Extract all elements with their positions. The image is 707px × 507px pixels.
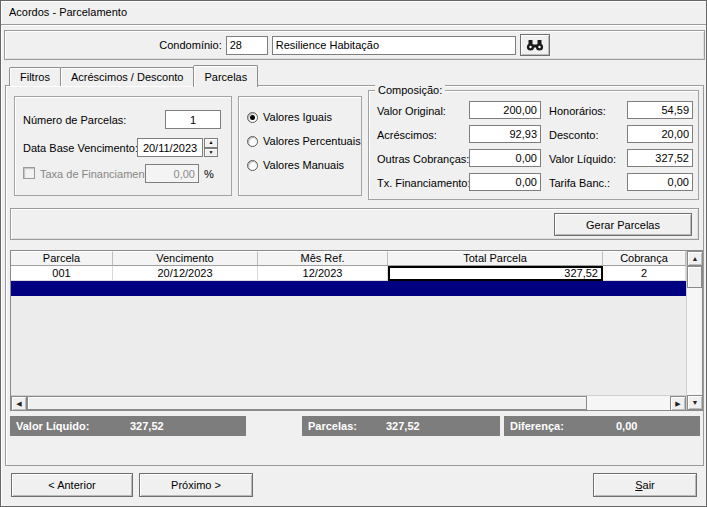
cell-mes-ref: 12/2023: [258, 266, 388, 281]
spin-up-icon[interactable]: ▲: [204, 138, 218, 148]
column-header-total-parcela: Total Parcela: [388, 251, 603, 266]
acrescimos-input[interactable]: [469, 125, 541, 143]
parcelas-config-groupbox: Número de Parcelas: Data Base Vencimento…: [14, 96, 232, 196]
valor-liquido-label: Valor Líquido:: [549, 153, 616, 165]
total-valor-liquido-value: 327,52: [130, 420, 164, 432]
radio-label: Valores Iguais: [263, 111, 332, 123]
valor-liquido-input[interactable]: [627, 149, 693, 167]
numero-parcelas-input[interactable]: [165, 110, 221, 129]
desconto-label: Desconto:: [549, 129, 599, 141]
percent-suffix-label: %: [204, 168, 214, 180]
window-title: Acordos - Parcelamento: [1, 1, 706, 25]
parcelas-tabpage: Número de Parcelas: Data Base Vencimento…: [5, 85, 704, 466]
tarifa-banc-input[interactable]: [627, 173, 693, 191]
desconto-input[interactable]: [627, 125, 693, 143]
vertical-scroll-track[interactable]: [687, 288, 702, 395]
radio-icon: [247, 136, 258, 147]
condominio-panel: Condomínio:: [4, 30, 705, 60]
parcelas-grid: Parcela Vencimento Mês Ref. Total Parcel…: [10, 250, 703, 411]
taxa-financiamento-label: Taxa de Financiamento: [40, 168, 154, 180]
radio-selected-icon: [247, 112, 258, 123]
composicao-title: Composição:: [375, 84, 445, 96]
composicao-groupbox: Composição: Valor Original: Honorários: …: [368, 90, 699, 200]
column-header-cobranca: Cobrança: [603, 251, 686, 266]
selected-empty-row[interactable]: [11, 281, 686, 296]
condominio-label: Condomínio:: [159, 39, 221, 51]
grid-main: Parcela Vencimento Mês Ref. Total Parcel…: [11, 251, 686, 410]
total-parcelas: Parcelas: 327,52: [302, 416, 500, 436]
scroll-down-icon[interactable]: ▼: [687, 395, 703, 410]
radio-label: Valores Percentuais: [263, 135, 361, 147]
tab-bar: Filtros Acréscimos / Desconto Parcelas: [9, 65, 257, 86]
radio-valores-percentuais[interactable]: Valores Percentuais: [247, 135, 361, 147]
outras-cobrancas-label: Outras Cobranças:: [377, 153, 469, 165]
horizontal-scroll-thumb[interactable]: [27, 396, 587, 410]
total-diferenca: Diferença: 0,00: [504, 416, 700, 436]
total-valor-liquido-label: Valor Líquido:: [16, 420, 89, 432]
grid-empty-area: [11, 296, 686, 395]
radio-valores-manuais[interactable]: Valores Manuais: [247, 159, 344, 171]
condominio-code-input[interactable]: [226, 36, 268, 55]
tab-filtros[interactable]: Filtros: [9, 67, 61, 86]
total-diferenca-label: Diferença:: [510, 420, 564, 432]
gerar-parcelas-strip: Gerar Parcelas: [10, 208, 699, 240]
grid-header-row: Parcela Vencimento Mês Ref. Total Parcel…: [11, 251, 686, 266]
taxa-financiamento-input: [145, 164, 199, 183]
search-condominio-button[interactable]: [520, 34, 550, 56]
honorarios-input[interactable]: [627, 101, 693, 119]
total-valor-liquido: Valor Líquido: 327,52: [10, 416, 246, 436]
column-header-mes-ref: Mês Ref.: [258, 251, 388, 266]
cell-parcela: 001: [11, 266, 113, 281]
radio-icon: [247, 160, 258, 171]
valor-original-input[interactable]: [469, 101, 541, 119]
sair-button[interactable]: Sair: [593, 473, 697, 497]
data-base-label: Data Base Vencimento:: [23, 142, 138, 154]
proximo-button[interactable]: Próximo >: [139, 473, 253, 497]
total-diferenca-value: 0,00: [616, 420, 637, 432]
acrescimos-label: Acréscimos:: [377, 129, 437, 141]
horizontal-scroll-track[interactable]: [587, 396, 670, 410]
total-parcelas-label: Parcelas:: [308, 420, 357, 432]
numero-parcelas-label: Número de Parcelas:: [23, 114, 126, 126]
scroll-left-icon[interactable]: ◀: [11, 396, 27, 411]
radio-label: Valores Manuais: [263, 159, 344, 171]
taxa-financiamento-checkbox[interactable]: [23, 167, 35, 179]
spin-down-icon[interactable]: ▼: [204, 148, 218, 158]
binoculars-icon: [526, 39, 544, 52]
tarifa-banc-label: Tarifa Banc.:: [549, 177, 610, 189]
total-parcelas-value: 327,52: [386, 420, 420, 432]
radio-valores-iguais[interactable]: Valores Iguais: [247, 111, 332, 123]
vertical-scroll-thumb[interactable]: [687, 266, 702, 288]
tab-acrescimos-desconto[interactable]: Acréscimos / Desconto: [60, 67, 194, 86]
data-base-spinner: ▲ ▼: [204, 138, 218, 157]
data-base-input[interactable]: [137, 138, 203, 157]
tx-financiamento-input[interactable]: [469, 173, 541, 191]
acordos-parcelamento-window: Acordos - Parcelamento Condomínio: Filtr…: [0, 0, 707, 507]
tx-financiamento-label: Tx. Financiamento:: [377, 177, 471, 189]
table-row[interactable]: 001 20/12/2023 12/2023 327,52 2: [11, 266, 686, 281]
cell-total-parcela-focused[interactable]: 327,52: [388, 266, 603, 281]
gerar-parcelas-button[interactable]: Gerar Parcelas: [554, 213, 692, 236]
column-header-parcela: Parcela: [11, 251, 113, 266]
condominio-name-input[interactable]: [272, 36, 516, 55]
horizontal-scrollbar[interactable]: ◀ ▶: [11, 395, 686, 410]
sair-button-label: Sair: [594, 479, 696, 491]
cell-vencimento: 20/12/2023: [113, 266, 258, 281]
valor-original-label: Valor Original:: [377, 105, 446, 117]
scroll-right-icon[interactable]: ▶: [670, 396, 686, 411]
tab-parcelas[interactable]: Parcelas: [193, 65, 258, 87]
honorarios-label: Honorários:: [549, 105, 606, 117]
scroll-up-icon[interactable]: ▲: [687, 251, 703, 266]
vertical-scrollbar[interactable]: ▲ ▼: [686, 251, 702, 410]
column-header-vencimento: Vencimento: [113, 251, 258, 266]
outras-cobrancas-input[interactable]: [469, 149, 541, 167]
cell-cobranca: 2: [603, 266, 686, 281]
anterior-button[interactable]: < Anterior: [11, 473, 133, 497]
valores-modo-groupbox: Valores Iguais Valores Percentuais Valor…: [238, 96, 362, 196]
